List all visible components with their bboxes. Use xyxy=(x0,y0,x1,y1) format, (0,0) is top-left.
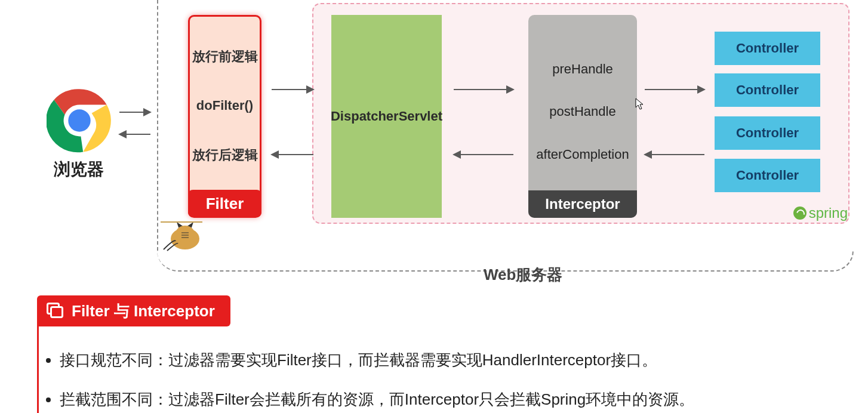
arrow-dispatcher-to-filter xyxy=(272,154,313,155)
controller-box-4: Controller xyxy=(715,159,820,192)
browser-label: 浏览器 xyxy=(54,158,104,181)
copy-squares-icon xyxy=(47,303,64,319)
svg-rect-5 xyxy=(161,221,202,223)
bullet-1: 接口规范不同：过滤器需要实现Filter接口，而拦截器需要实现HandlerIn… xyxy=(60,349,694,371)
architecture-diagram: 浏览器 放行前逻辑 doFilter() 放行后逻辑 Filter Dispat… xyxy=(0,0,868,281)
interceptor-box: preHandle postHandle afterCompletion xyxy=(528,15,637,218)
spring-leaf-icon xyxy=(793,207,807,220)
arrow-interceptor-to-dispatcher xyxy=(454,154,513,155)
aftercompletion-text: afterCompletion xyxy=(536,147,629,162)
section-title-ribbon: Filter 与 Interceptor xyxy=(37,295,230,326)
dispatcher-label: DispatcherServlet xyxy=(331,109,442,124)
filter-label: Filter xyxy=(188,190,261,217)
arrow-controller-to-interceptor xyxy=(645,154,704,155)
controller-box-1: Controller xyxy=(715,32,820,65)
mouse-cursor-icon xyxy=(635,98,645,113)
arrow-filter-to-dispatcher xyxy=(272,89,313,90)
controller-label-2: Controller xyxy=(736,82,799,98)
arrow-dispatcher-to-interceptor xyxy=(454,89,513,90)
controller-box-2: Controller xyxy=(715,73,820,107)
controller-label-3: Controller xyxy=(736,125,799,141)
section-title: Filter 与 Interceptor xyxy=(72,301,215,322)
filter-box: 放行前逻辑 doFilter() 放行后逻辑 xyxy=(188,15,261,218)
controller-label-1: Controller xyxy=(736,41,799,56)
section-left-border xyxy=(37,322,39,413)
arrow-interceptor-to-controller xyxy=(645,89,704,90)
filter-after-text: 放行后逻辑 xyxy=(192,146,258,164)
posthandle-text: postHandle xyxy=(549,104,615,119)
controller-box-3: Controller xyxy=(715,116,820,150)
dispatcher-servlet-box: DispatcherServlet xyxy=(331,15,442,218)
bullet-2: 拦截范围不同：过滤器Filter会拦截所有的资源，而Interceptor只会拦… xyxy=(60,389,694,410)
filter-method-text: doFilter() xyxy=(196,98,253,113)
controller-label-4: Controller xyxy=(736,168,799,183)
arrow-browser-to-filter xyxy=(119,112,150,113)
tomcat-icon xyxy=(159,221,204,252)
spring-text: spring xyxy=(809,205,848,221)
tomcat-boundary xyxy=(157,0,158,251)
bullet-list: 接口规范不同：过滤器需要实现Filter接口，而拦截器需要实现HandlerIn… xyxy=(60,349,694,413)
arrow-filter-to-browser xyxy=(119,134,150,135)
filter-before-text: 放行前逻辑 xyxy=(192,48,258,66)
web-server-label: Web服务器 xyxy=(484,264,562,285)
tomcat-bottom-border-right xyxy=(513,251,854,272)
interceptor-label: Interceptor xyxy=(528,190,637,218)
tomcat-bottom-border-left xyxy=(157,251,515,272)
svg-point-4 xyxy=(176,226,195,242)
svg-point-2 xyxy=(68,109,90,131)
prehandle-text: preHandle xyxy=(552,61,613,77)
spring-logo-label: spring xyxy=(793,205,848,221)
chrome-browser-icon xyxy=(47,88,112,153)
